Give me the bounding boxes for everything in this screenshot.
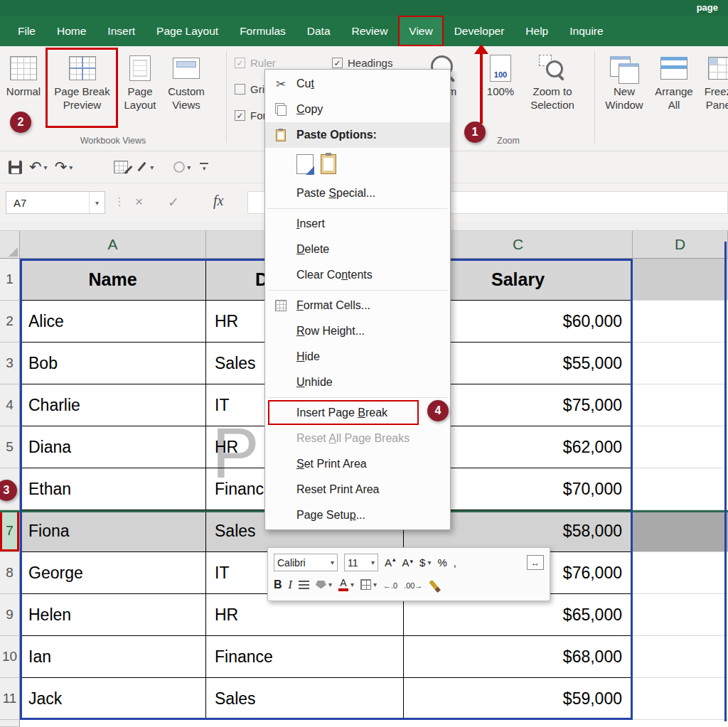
cancel-icon[interactable]: × — [135, 194, 143, 210]
format-painter-icon[interactable] — [429, 579, 439, 590]
redo-button[interactable]: ▾ — [55, 158, 73, 176]
menu-item-copy[interactable]: Copy — [265, 97, 450, 122]
column-header-d[interactable]: D — [633, 231, 728, 259]
normal-view-button[interactable]: Normal — [3, 52, 44, 98]
menu-item-unhide[interactable]: Unhide — [265, 370, 450, 395]
custom-views-button[interactable]: Custom Views — [163, 52, 210, 112]
cell-b10[interactable]: Finance — [206, 636, 404, 678]
cell-a4[interactable]: Charlie — [20, 384, 206, 426]
menu-item-paste-special[interactable]: Paste Special... — [265, 181, 450, 206]
cell-c11[interactable]: $59,000 — [404, 678, 633, 720]
cell-a9[interactable]: Helen — [20, 594, 206, 636]
menu-item-clear-contents[interactable]: Clear Contents — [265, 262, 450, 288]
zoom-100-button[interactable]: 100 100% — [482, 52, 519, 98]
select-all-corner[interactable] — [0, 231, 20, 259]
tab-file[interactable]: File — [7, 16, 46, 46]
row-header-3[interactable]: 3 — [0, 343, 20, 384]
tab-review[interactable]: Review — [341, 16, 399, 46]
bold-button[interactable]: B — [274, 578, 282, 591]
redo-dropdown[interactable]: ▾ — [69, 163, 73, 171]
save-button[interactable] — [9, 161, 22, 174]
decrease-decimal-icon[interactable] — [404, 578, 422, 591]
zoom-to-selection-button[interactable]: Zoom to Selection — [525, 52, 580, 112]
cell-a6[interactable]: Ethan — [20, 468, 206, 510]
arrange-all-button[interactable]: Arrange All — [651, 52, 697, 112]
tab-developer[interactable]: Developer — [444, 16, 515, 46]
row-header-4[interactable]: 4 — [0, 384, 20, 426]
cell-c10[interactable]: $68,000 — [404, 636, 633, 678]
menu-item-format-cells[interactable]: Format Cells... — [265, 293, 450, 318]
font-dropdown[interactable]: ▾ — [331, 559, 334, 566]
draw-dropdown[interactable]: ▾ — [150, 163, 154, 171]
cell-a7[interactable]: Fiona — [20, 510, 206, 552]
menu-item-hide[interactable]: Hide — [265, 344, 450, 370]
menu-item-delete[interactable]: Delete — [265, 237, 450, 262]
menu-item-reset-print-area[interactable]: Reset Print Area — [265, 477, 450, 502]
menu-item-row-height[interactable]: Row Height... — [265, 318, 450, 344]
cell-d8[interactable] — [633, 552, 728, 594]
cell-d10[interactable] — [633, 636, 728, 678]
draw-tool-button[interactable]: ▾ — [135, 161, 154, 173]
cell-a5[interactable]: Diana — [20, 426, 206, 468]
cell-d2[interactable] — [633, 301, 728, 343]
cell-d5[interactable] — [633, 426, 728, 468]
row-header-11[interactable]: 11 — [0, 678, 20, 720]
tab-insert[interactable]: Insert — [97, 16, 146, 46]
column-header-a[interactable]: A — [20, 231, 206, 259]
shape-tool-button[interactable]: ▾ — [161, 161, 191, 173]
menu-item-insert-page-break[interactable]: Insert Page Break — [265, 400, 450, 426]
paste-formatting-icon[interactable] — [296, 154, 314, 174]
tab-view[interactable]: View — [398, 16, 443, 46]
row-header-10[interactable]: 10 — [0, 636, 20, 678]
cell-a11[interactable]: Jack — [20, 678, 206, 720]
ruler-checkbox[interactable]: Ruler — [235, 57, 276, 69]
row-header-9[interactable]: 9 — [0, 594, 20, 636]
accounting-format-button[interactable]: $▾ — [419, 556, 431, 569]
cell-a1[interactable]: Name — [20, 259, 206, 301]
page-break-preview-button[interactable]: Page Break Preview — [47, 52, 117, 112]
menu-item-cut[interactable]: Cut — [265, 71, 450, 97]
tab-page-layout[interactable]: Page Layout — [146, 16, 229, 46]
center-align-icon[interactable] — [299, 581, 309, 589]
undo-dropdown[interactable]: ▾ — [44, 163, 48, 171]
page-layout-view-button[interactable]: Page Layout — [119, 52, 161, 112]
name-box[interactable]: A7 ▾ — [6, 191, 105, 214]
insert-function-icon[interactable]: fx — [213, 193, 223, 209]
cell-d7[interactable] — [633, 510, 728, 552]
grow-font-button[interactable]: A▴ — [385, 556, 396, 569]
menu-item-set-print-area[interactable]: Set Print Area — [265, 451, 450, 477]
borders-button[interactable]: ▾ — [360, 579, 377, 590]
font-size-combo[interactable]: 11▾ — [344, 554, 378, 571]
autofit-icon[interactable] — [527, 555, 544, 570]
paste-values-icon[interactable] — [321, 154, 336, 174]
shrink-font-button[interactable]: A▾ — [402, 556, 414, 569]
font-color-button[interactable]: A▾ — [338, 578, 354, 591]
undo-button[interactable]: ▾ — [29, 158, 48, 176]
row-header-5[interactable]: 5 — [0, 426, 20, 468]
enter-icon[interactable]: ✓ — [168, 194, 179, 210]
tab-formulas[interactable]: Formulas — [229, 16, 296, 46]
percent-style-button[interactable]: % — [437, 556, 446, 569]
new-window-button[interactable]: New Window — [601, 52, 647, 112]
shape-dropdown[interactable]: ▾ — [187, 163, 191, 171]
cell-b11[interactable]: Sales — [206, 678, 404, 720]
cell-d6[interactable] — [633, 468, 728, 510]
fill-color-button[interactable]: ▾ — [316, 581, 332, 589]
row-header-12[interactable] — [0, 720, 20, 727]
comma-style-button[interactable]: , — [454, 556, 456, 569]
freeze-panes-button[interactable]: Freeze Panes — [698, 52, 728, 112]
cell-a10[interactable]: Ian — [20, 636, 206, 678]
customize-qat-button[interactable]: ▾ — [198, 163, 210, 172]
tab-home[interactable]: Home — [46, 16, 97, 46]
row-header-7[interactable]: 7 — [0, 510, 20, 552]
headings-checkbox[interactable]: Headings — [332, 57, 392, 69]
cell-a3[interactable]: Bob — [20, 343, 206, 384]
cell-a8[interactable]: George — [20, 552, 206, 594]
tab-inquire[interactable]: Inquire — [559, 16, 614, 46]
menu-item-page-setup[interactable]: Page Setup... — [265, 502, 450, 528]
increase-decimal-icon[interactable] — [383, 578, 397, 591]
size-dropdown[interactable]: ▾ — [371, 559, 375, 566]
row-header-1[interactable]: 1 — [0, 259, 20, 301]
cell-d3[interactable] — [633, 343, 728, 384]
cell-d9[interactable] — [633, 594, 728, 636]
